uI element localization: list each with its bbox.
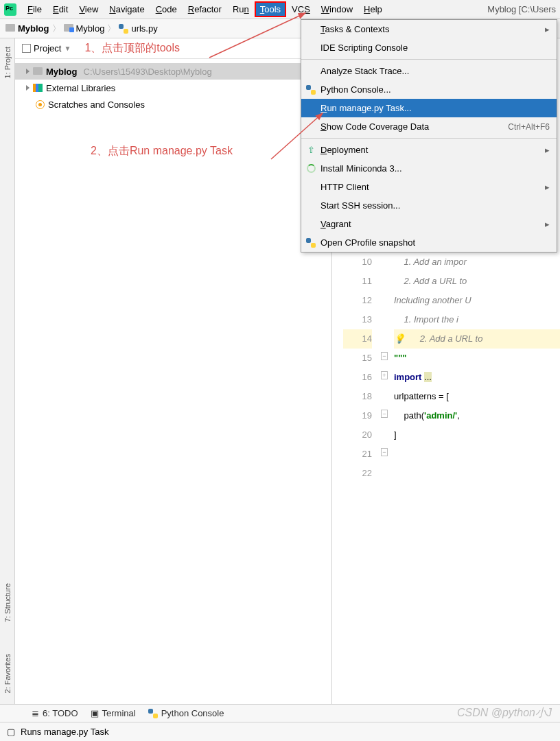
expand-icon[interactable] xyxy=(26,85,30,91)
project-pane-selector[interactable]: Project ▼ xyxy=(22,43,71,54)
tree-scratches[interactable]: Scratches and Consoles xyxy=(15,96,331,113)
menu-item-start-ssh-session[interactable]: Start SSH session... xyxy=(301,196,557,215)
menu-item-run-manage-py-task[interactable]: Run manage.py Task... xyxy=(301,99,557,117)
menu-view[interactable]: View xyxy=(73,1,104,17)
line-gutter[interactable]: 101112131415161819202122 xyxy=(343,250,377,725)
menu-item-vagrant[interactable]: Vagrant▸ xyxy=(301,215,557,233)
pycharm-logo-icon xyxy=(4,3,16,16)
menu-item-ide-scripting-console[interactable]: IDE Scripting Console xyxy=(301,38,557,57)
menu-window[interactable]: Window xyxy=(316,1,358,17)
breadcrumb-file[interactable]: urls.py xyxy=(131,23,157,34)
bottom-tool-tabs: ≣6: TODO ▣Terminal Python Console xyxy=(0,704,560,722)
status-text: Runs manage.py Task xyxy=(21,727,108,737)
menu-code[interactable]: Code xyxy=(150,1,183,17)
menu-edit[interactable]: Edit xyxy=(47,1,73,17)
project-tree[interactable]: Myblog C:\Users\15493\Desktop\Myblog Ext… xyxy=(15,59,331,117)
tab-structure[interactable]: 7: Structure xyxy=(2,578,13,628)
menu-file[interactable]: File xyxy=(22,1,47,17)
project-tool-window: Project ▼ 1、点击顶部的tools ⊕ ⇆ Myblog C:\Use… xyxy=(15,38,332,725)
project-icon xyxy=(22,44,31,53)
tab-favorites[interactable]: 2: Favorites xyxy=(2,648,13,698)
menu-tools[interactable]: Tools xyxy=(255,1,286,17)
tools-menu-dropdown: Tasks & Contexts▸IDE Scripting ConsoleAn… xyxy=(301,19,557,252)
status-bar: ▢ Runs manage.py Task xyxy=(0,722,560,741)
tab-todo[interactable]: ≣6: TODO xyxy=(32,708,78,718)
breadcrumb-root[interactable]: Myblog xyxy=(18,23,49,34)
window-icon[interactable]: ▢ xyxy=(7,727,15,737)
menu-item-python-console[interactable]: Python Console... xyxy=(301,80,557,99)
tab-terminal[interactable]: ▣Terminal xyxy=(91,708,136,718)
menu-item-http-client[interactable]: HTTP Client▸ xyxy=(301,178,557,196)
tree-root-row[interactable]: Myblog C:\Users\15493\Desktop\Myblog xyxy=(15,63,331,80)
folder-icon xyxy=(33,67,43,75)
menu-vcs[interactable]: VCS xyxy=(286,1,316,17)
tab-project[interactable]: 1: Project xyxy=(2,41,13,84)
fold-gutter[interactable]: −+−− xyxy=(377,250,391,725)
annotation-1: 1、点击顶部的tools xyxy=(84,41,180,56)
left-tool-tabs: 1: Project 7: Structure 2: Favorites xyxy=(0,38,15,725)
menu-run[interactable]: Run xyxy=(227,1,255,17)
menu-item-install-miniconda-3[interactable]: Install Miniconda 3... xyxy=(301,159,557,178)
chevron-down-icon: ▼ xyxy=(64,45,71,52)
menu-item-analyze-stack-trace[interactable]: Analyze Stack Trace... xyxy=(301,62,557,80)
window-title: Myblog [C:\Users xyxy=(487,4,556,14)
libraries-icon xyxy=(33,84,43,92)
menu-item-open-cprofile-snapshot[interactable]: Open CProfile snapshot xyxy=(301,233,557,252)
expand-icon[interactable] xyxy=(26,69,30,74)
code-area[interactable]: 1. Add an impor 2. Add a URL toIncluding… xyxy=(391,250,560,725)
menu-help[interactable]: Help xyxy=(358,1,388,17)
menu-item-deployment[interactable]: ⇧Deployment▸ xyxy=(301,141,557,159)
folder-icon xyxy=(5,24,15,32)
python-file-icon xyxy=(119,24,128,34)
menu-bar: FileEditViewNavigateCodeRefactorRunTools… xyxy=(0,0,560,19)
folder-icon xyxy=(64,24,73,32)
python-icon xyxy=(148,709,158,718)
menu-navigate[interactable]: Navigate xyxy=(104,1,150,17)
menu-refactor[interactable]: Refactor xyxy=(183,1,227,17)
tree-external-libs[interactable]: External Libraries xyxy=(15,80,331,96)
scratches-icon xyxy=(36,100,45,109)
breadcrumb-folder[interactable]: Myblog xyxy=(76,23,105,34)
menu-item-tasks-contexts[interactable]: Tasks & Contexts▸ xyxy=(301,20,557,38)
tab-python-console[interactable]: Python Console xyxy=(148,708,224,718)
annotation-2: 2、点击Run manage.py Task xyxy=(91,144,331,158)
menu-item-show-code-coverage-data[interactable]: Show Code Coverage DataCtrl+Alt+F6 xyxy=(301,117,557,136)
